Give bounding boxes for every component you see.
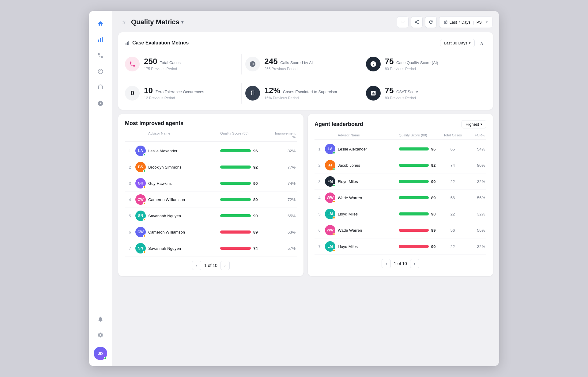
- agent-name: Jacob Jones: [338, 163, 397, 168]
- row-rank: 3: [126, 181, 134, 186]
- quality-bar-cell: 89: [220, 197, 269, 202]
- date-range-label: Last 7 Days: [450, 20, 471, 25]
- csat-prev: 80 Previous Period: [385, 96, 418, 100]
- csat-icon: [366, 86, 381, 101]
- total-cases-value: 56: [440, 196, 465, 200]
- agent-avatar-cell: SN: [135, 243, 146, 253]
- escalated-num: 12%: [264, 86, 280, 95]
- quality-bar: [220, 198, 251, 201]
- leaderboard-table-header: Advisor Name Quality Score (88) Total Ca…: [315, 133, 486, 140]
- agent-name: Lloyd Miles: [338, 212, 397, 216]
- sidebar-item-calls[interactable]: [94, 49, 107, 62]
- row-rank: 7: [316, 244, 323, 249]
- agent-avatar-cell: WW: [325, 192, 335, 203]
- total-cases-value: 22: [440, 212, 465, 216]
- agent-name: Wade Warren: [338, 196, 397, 200]
- favorite-button[interactable]: ☆: [119, 17, 129, 27]
- sidebar-item-c[interactable]: C: [94, 65, 107, 78]
- csat-num: 75: [385, 86, 394, 95]
- improvement-pct: 82%: [271, 149, 296, 153]
- metrics-bottom-row: 0 10 Zero Tolerance Occurences 12 Previo…: [125, 77, 486, 104]
- filter-button[interactable]: [397, 16, 409, 28]
- improvement-pct: 57%: [271, 246, 296, 251]
- improved-next-button[interactable]: ›: [221, 261, 230, 270]
- quality-bar: [399, 196, 429, 199]
- svg-rect-6: [127, 42, 128, 45]
- total-cases-label: Total Cases: [160, 60, 181, 65]
- quality-bar: [220, 247, 251, 250]
- agent-avatar-cell: LM: [325, 209, 335, 219]
- page-title-button[interactable]: Quality Metrics ▾: [131, 18, 183, 26]
- calls-scored-icon: [245, 57, 260, 71]
- refresh-button[interactable]: [425, 16, 437, 28]
- quality-bar-cell: 90: [399, 244, 439, 249]
- sidebar-item-activity[interactable]: [94, 97, 107, 110]
- agent-status-dot: [143, 153, 146, 156]
- quality-bar: [399, 147, 429, 150]
- agent-avatar-cell: BS: [135, 162, 146, 172]
- total-cases-num: 250: [144, 57, 157, 66]
- leaderboard-prev-button[interactable]: ‹: [382, 259, 391, 268]
- share-button[interactable]: [411, 16, 423, 28]
- metric-total-cases: 250 Total Cases 175 Previous Period: [125, 54, 242, 74]
- agent-avatar-cell: WW: [325, 225, 335, 235]
- quality-bar: [220, 214, 251, 217]
- title-chevron-icon: ▾: [181, 20, 183, 25]
- agent-name: Cameron Williamson: [148, 197, 218, 202]
- avatar[interactable]: JD: [94, 347, 107, 360]
- collapse-button[interactable]: ∧: [477, 38, 486, 48]
- quality-score-value: 96: [431, 147, 439, 151]
- leaderboard-filter-button[interactable]: Highest ▾: [462, 120, 486, 128]
- total-cases-value: 65: [440, 147, 465, 151]
- period-selector-button[interactable]: Last 30 Days ▾: [440, 39, 475, 47]
- leaderboard-next-button[interactable]: ›: [410, 259, 419, 268]
- row-rank: 1: [316, 147, 323, 151]
- sidebar-item-home[interactable]: [94, 17, 107, 30]
- leaderboard-agent-row: 1 LA Leslie Alexander 96 65 54%: [315, 141, 486, 157]
- period-label: Last 30 Days: [444, 41, 467, 45]
- agent-status-dot: [143, 251, 146, 253]
- sidebar-item-analytics[interactable]: [94, 33, 107, 46]
- row-rank: 2: [126, 165, 134, 169]
- agent-name: Brooklyn Simmons: [148, 165, 218, 169]
- improved-agent-row: 1 LA Leslie Alexander 96 82%: [125, 143, 297, 159]
- agent-status-dot: [333, 233, 335, 235]
- quality-bar-cell: 89: [399, 228, 439, 233]
- quality-bar-cell: 90: [220, 181, 269, 186]
- improvement-pct: 72%: [271, 197, 296, 202]
- agent-avatar-cell: CW: [135, 227, 146, 237]
- period-chevron-icon: ▾: [469, 41, 471, 45]
- date-range-button[interactable]: Last 7 Days | PST ▾: [439, 16, 492, 28]
- improved-agents-card: Most improved agents Advisor Name Qualit…: [118, 114, 303, 276]
- row-rank: 5: [126, 214, 134, 218]
- agent-avatar-cell: FM: [325, 176, 335, 187]
- agent-avatar-cell: GH: [135, 178, 146, 188]
- improved-prev-button[interactable]: ‹: [192, 261, 201, 270]
- improved-agent-row: 7 SN Savannah Nguyen 74 57%: [125, 240, 297, 257]
- row-rank: 6: [126, 230, 134, 234]
- agent-name: Savannah Nguyen: [148, 246, 218, 251]
- header: ☆ Quality Metrics ▾ Last 7 Days: [118, 16, 493, 28]
- agent-status-dot: [333, 168, 335, 170]
- leaderboard-card: Agent leaderboard Highest ▾ Advisor Name…: [308, 114, 493, 276]
- svg-rect-7: [128, 41, 129, 45]
- improved-agent-row: 6 CW Cameron Williamson 89 63%: [125, 224, 297, 240]
- row-rank: 5: [316, 212, 323, 216]
- agent-avatar-cell: CW: [135, 194, 146, 205]
- improvement-pct: 74%: [271, 181, 296, 186]
- quality-bar-cell: 90: [220, 214, 269, 218]
- agent-name: Floyd Miles: [338, 179, 397, 184]
- fcr-value: 32%: [467, 244, 485, 249]
- leaderboard-title: Agent leaderboard: [315, 121, 363, 128]
- agent-status-dot: [143, 234, 146, 237]
- leaderboard-agent-row: 7 LM Lloyd Miles 90 22 32%: [315, 238, 486, 255]
- quality-score-label: Case Quality Score (AI): [396, 60, 438, 65]
- total-cases-value: 74: [440, 163, 465, 168]
- zero-tolerance-badge: 0: [125, 86, 140, 101]
- agent-status-dot: [333, 249, 335, 252]
- agent-status-dot: [143, 169, 146, 172]
- sidebar-item-settings[interactable]: [94, 328, 107, 342]
- sidebar-item-bell[interactable]: [94, 312, 107, 326]
- sidebar-item-headset[interactable]: [94, 81, 107, 94]
- header-right: Last 7 Days | PST ▾: [397, 16, 492, 28]
